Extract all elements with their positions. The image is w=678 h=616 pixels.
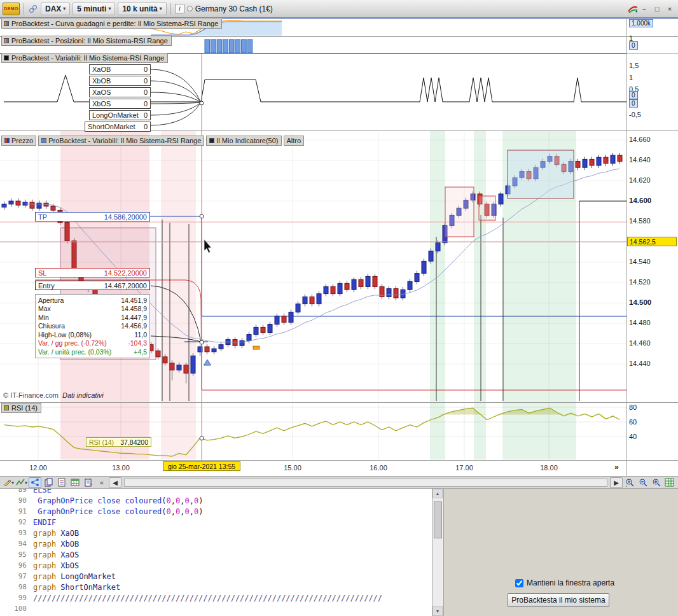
units-dropdown[interactable]: 10 k unità▾ [118,3,166,15]
code-line: 100 [0,603,432,614]
export-button[interactable] [82,477,95,488]
variables-tick: 0 [629,91,638,99]
order-price: 14.586,20000 [104,213,147,221]
drawing-tool-button[interactable]: ▾ [2,477,15,488]
tab-variables[interactable]: ProBacktest - Variabili: Il Mio Sistema-… [1,53,168,63]
time-tick: 16.00 [370,464,387,472]
minimize-button[interactable]: − [639,4,650,14]
probacktest-run-button[interactable]: ProBacktesta il mio sistema [508,593,609,607]
price-tick: 14.480 [629,319,651,326]
line-number: 98 [0,583,33,591]
line-number: 91 [0,507,33,515]
price-tick: 14.580 [629,217,651,225]
tab-positions[interactable]: ProBacktest - Posizioni: Il Mio Sistema-… [1,36,172,46]
zoom-in-button[interactable] [650,477,663,488]
sl-order-label[interactable]: SL14.522,20000 [35,268,150,277]
legend-item-altro[interactable]: Altro [284,136,305,146]
tp-order-label[interactable]: TP14.586,20000 [35,212,150,221]
tooltip-value: 11,0 [134,331,147,339]
time-tick: 12.00 [29,464,47,472]
chart-hscrollbar[interactable] [124,479,607,487]
tooltip-row: High-Low (0,08%)11,0 [36,330,149,339]
scroll-left-button[interactable]: ◀ [109,477,121,488]
entry-order-label[interactable]: Entry14.467,20000 [35,281,150,290]
legend-label: ProBacktest - Variabili: Il Mio Sistema-… [48,137,201,144]
data-grid-button[interactable] [663,477,676,488]
collapse-toolbar-button[interactable]: « [95,477,108,488]
equity-tick: 1.000k [629,19,653,27]
tooltip-label: Max [38,305,51,312]
order-name: Entry [38,282,55,290]
tooltip-value: 14.458,9 [121,305,147,312]
line-number: 100 [0,605,33,613]
time-tick: 15.00 [284,464,301,472]
report-button[interactable] [55,477,68,488]
code-line: 95graph XaOS [0,549,432,560]
price-tick: 14.640 [629,156,651,164]
rsi-legend[interactable]: RSI (14) [1,403,41,413]
legend-label: Altro [287,137,301,144]
chart-style-button[interactable]: ▾ [15,477,28,488]
link-icon[interactable] [28,4,38,14]
info-button[interactable]: i [175,4,184,13]
legend-item-il-mio-indicatore-50-[interactable]: Il Mio Indicatore(50) [206,136,281,146]
chevron-down-icon: ▾ [160,6,162,11]
timeframe-dropdown[interactable]: 5 minuti▾ [73,3,115,15]
scrollbar-thumb[interactable] [434,501,442,538]
zoom-fit-button[interactable] [623,477,636,488]
scroll-down-button[interactable]: ▼ [432,606,443,616]
blue-series-icon [41,138,46,143]
keep-window-open-checkbox[interactable] [515,579,523,587]
legend-item-prezzo[interactable]: Prezzo [1,136,36,146]
tab-equity-curve[interactable]: ProBacktest - Curva guadagni e perdite: … [1,18,222,29]
share-button[interactable] [29,477,41,488]
cursor-price-label: 14.562,5 [627,237,677,246]
separator [170,3,171,15]
variable-box-xbob: XbOB0 [89,76,151,86]
window-titlebar: DEMO DAX▾ 5 minuti▾ 10 k unità▾ i German… [0,0,678,18]
variables-tick: 1 [629,74,633,81]
tab-equity-label: ProBacktest - Curva guadagni e perdite: … [11,20,218,27]
legend-item-probacktest-variabili-il-mio-sistema-rsi-range[interactable]: ProBacktest - Variabili: Il Mio Sistema-… [38,136,204,146]
variable-box-xaob: XaOB0 [89,64,151,74]
variable-name: XaOS [92,88,111,96]
line-number: 96 [0,561,33,570]
line-number: 99 [0,594,33,602]
tooltip-row: Min14.447,9 [36,313,149,322]
order-marker [253,346,259,349]
price-tick: 14.440 [629,360,651,367]
code-editor[interactable]: 89ELSE90 GraphOnPrice close coloured(0,0… [0,489,432,616]
instrument-status-icon [187,6,193,11]
scroll-right-button[interactable]: ▶ [610,477,623,488]
variable-value: 0 [144,88,148,96]
code-line: 92ENDIF [0,517,432,528]
line-number: 89 [0,489,33,494]
price-tick: 14.620 [629,176,651,184]
scroll-up-button[interactable]: ▲ [432,489,443,498]
time-axis-more-button[interactable]: » [614,463,619,472]
tooltip-value: +4,5 [134,348,147,356]
data-table-button[interactable] [69,477,81,488]
tooltip-label: Chiusura [38,322,65,330]
close-button[interactable]: × [664,4,675,14]
line-number: 90 [0,496,33,505]
tab-positions-label: ProBacktest - Posizioni: Il Mio Sistema-… [11,37,168,45]
variables-tick: 0 [629,99,638,108]
rsi-value-box: RSI (14) 37,84200 [86,437,151,447]
instrument-dropdown[interactable]: DAX▾ [41,3,70,15]
prt-logo-icon [627,4,637,14]
variable-name: LongOnMarket [92,111,139,119]
code-line: 89ELSE [0,489,432,495]
editor-vscrollbar[interactable]: ▲ ▼ [432,489,443,616]
rsi-icon [4,405,9,410]
price-tick: 14.500 [629,298,651,306]
instrument-label: DAX [45,4,61,13]
copy-chart-button[interactable] [42,477,55,488]
time-tick: 17.00 [455,464,473,472]
zoom-out-button[interactable] [637,477,649,488]
maximize-button[interactable]: □ [651,4,663,14]
rsi-tick: 60 [629,418,637,426]
variable-value: 0 [144,100,148,108]
legend-label: Il Mio Indicatore(50) [216,137,278,144]
variables-tick: -0,5 [629,111,641,118]
